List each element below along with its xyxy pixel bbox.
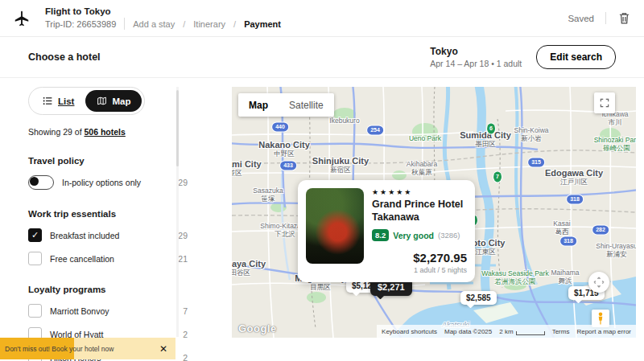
filter-row-marriott: Marriott Bonvoy 7: [28, 304, 188, 318]
page: Flight to Tokyo Trip-ID: 26653989 Add a …: [0, 0, 644, 361]
breakfast-count: 29: [178, 231, 188, 240]
list-icon: [43, 96, 53, 106]
breadcrumb-add-a-stay[interactable]: Add a stay: [133, 19, 175, 29]
route-shield: 315: [528, 158, 544, 166]
map-scale: 2 km: [499, 328, 544, 335]
fullscreen-button[interactable]: [594, 92, 615, 113]
divider: [124, 18, 125, 30]
subheader: Choose a hotel Tokyo Apr 14 – Apr 18 • 1…: [0, 37, 644, 78]
sidebar-scrollbar-thumb[interactable]: [176, 90, 179, 166]
google-logo[interactable]: Google: [238, 322, 277, 334]
filter-row-breakfast: ✓ Breakfast included 29: [28, 228, 188, 242]
hotel-stars: ★★★★★: [372, 188, 467, 196]
breadcrumb-payment[interactable]: Payment: [244, 19, 281, 29]
map-label-shinjuku: Shinjuku City新宿区: [312, 156, 369, 174]
trip-info: Flight to Tokyo Trip-ID: 26653989 Add a …: [45, 6, 281, 30]
marriott-checkbox[interactable]: [28, 304, 42, 318]
route-shield: 433: [280, 161, 296, 170]
search-summary: Tokyo Apr 14 – Apr 18 • 1 adult: [430, 46, 522, 68]
list-view-button[interactable]: List: [31, 90, 85, 112]
fullscreen-icon: [599, 97, 610, 109]
route-shield: 318: [567, 195, 583, 203]
free-cancellation-count: 21: [178, 254, 188, 264]
saved-button[interactable]: Saved: [568, 14, 594, 23]
breakfast-checkbox[interactable]: ✓: [28, 228, 42, 242]
hotel-name: Grand Prince Hotel Takanawa: [372, 199, 467, 224]
breadcrumb-itinerary[interactable]: Itinerary: [193, 19, 225, 29]
results-count-text: Showing 29 of: [28, 127, 84, 137]
loyalty-heading: Loyalty programs: [28, 285, 188, 294]
map-view-label: Map: [112, 96, 130, 106]
hotel-price: $2,270.95: [372, 251, 467, 265]
breadcrumb-separator: /: [183, 19, 185, 29]
hotel-photo: [306, 188, 364, 264]
map-label-ikebukuro: Ikebukuro: [329, 117, 359, 125]
map-label-setagaya: Setagaya City世田谷区: [232, 259, 266, 277]
route-shield: 254: [367, 125, 383, 134]
edit-search-button[interactable]: Edit search: [536, 45, 616, 69]
hotels-count-link[interactable]: 506 hotels: [84, 127, 125, 137]
map-data-text: Map data ©2025: [444, 328, 492, 335]
review-count: (3286): [438, 231, 460, 240]
map-label-sumida: Sumida City墨田区: [460, 130, 511, 148]
breadcrumb-separator: /: [233, 19, 236, 29]
banner-text: Don't miss out! Book your hotel now: [0, 345, 114, 353]
hyatt-count: 2: [183, 330, 188, 339]
map-icon: [97, 96, 107, 106]
page-title: Choose a hotel: [28, 51, 101, 63]
terms-link[interactable]: Terms: [552, 328, 570, 335]
keyboard-shortcuts-link[interactable]: Keyboard shortcuts: [382, 328, 437, 335]
in-policy-label: In-policy options only: [62, 178, 141, 187]
hotel-price-detail: 1 adult / 5 nights: [372, 266, 467, 274]
map-label-shinozaki-park: Shinozaki Park篠崎公園: [594, 137, 636, 153]
map-attribution: Keyboard shortcuts Map data ©2025 2 km T…: [377, 325, 636, 338]
map-view-button[interactable]: Map: [85, 90, 142, 112]
promo-banner: Don't miss out! Book your hotel now ✕: [0, 338, 175, 359]
marriott-count: 7: [183, 306, 188, 316]
map-label-sasazuka: Sasazuka笹塚: [253, 187, 283, 203]
map-label-edogawa: Edogawa City江戸川区: [545, 168, 603, 186]
route-shield: 440: [272, 122, 288, 131]
map-label-maihama: Maihama舞浜: [551, 269, 580, 285]
travel-policy-heading: Travel policy: [28, 156, 188, 166]
route-shield: 282: [592, 225, 609, 234]
map-type-control: Map Satellite: [238, 93, 334, 117]
map-label-wakasu-park: Wakasu Seaside Park若洲海浜公園: [481, 270, 548, 286]
scale-bar: [516, 331, 545, 335]
trip-title: Flight to Tokyo: [45, 6, 281, 16]
divider: [605, 12, 606, 24]
hotel-map[interactable]: Ikebukuro Nakano City中野区 Shinjuku City新宿…: [232, 87, 636, 338]
price-marker[interactable]: $2,585: [460, 291, 497, 305]
hotel-rating-row: 8.2 Very good (3286): [372, 229, 467, 241]
top-header: Flight to Tokyo Trip-ID: 26653989 Add a …: [0, 0, 644, 37]
results-summary: Showing 29 of 506 hotels: [28, 127, 188, 137]
airplane-icon: [13, 10, 31, 27]
breakfast-label: Breakfast included: [50, 231, 119, 240]
map-label-shinkoiwa: Shin-Koiwa新小岩: [514, 127, 549, 143]
pan-arrows-icon: [592, 275, 606, 289]
map-type-map-button[interactable]: Map: [238, 100, 279, 111]
map-label-ueno-park: Ueno Park: [409, 135, 441, 143]
in-policy-filter-row: In-policy options only 29: [28, 175, 188, 190]
banner-close-icon[interactable]: ✕: [159, 343, 175, 355]
in-policy-count: 29: [178, 178, 188, 187]
trip-id: Trip-ID: 26653989: [45, 19, 116, 29]
work-trip-heading: Work trip essentials: [28, 209, 188, 219]
marriott-label: Marriott Bonvoy: [50, 306, 109, 316]
trash-icon[interactable]: [617, 11, 631, 25]
map-label-shinurayasu: Shin-Urayasu新浦安: [596, 243, 636, 259]
scale-label: 2 km: [499, 328, 513, 335]
free-cancellation-checkbox[interactable]: [28, 252, 42, 265]
free-cancellation-label: Free cancellation: [50, 254, 114, 264]
report-map-error-link[interactable]: Report a map error: [576, 328, 631, 335]
hilton-count: 2: [183, 353, 188, 361]
list-view-label: List: [58, 96, 74, 106]
view-toggle: List Map: [28, 87, 145, 115]
pan-control[interactable]: [588, 272, 609, 293]
hotel-card[interactable]: ★★★★★ Grand Prince Hotel Takanawa 8.2 Ve…: [298, 180, 475, 282]
filter-row-free-cancellation: Free cancellation 21: [28, 252, 188, 265]
map-label-suginami: Suginami City杉並区: [232, 159, 262, 177]
in-policy-toggle[interactable]: [28, 175, 54, 190]
map-label-kasai: Kasai葛西: [553, 220, 570, 236]
map-type-satellite-button[interactable]: Satellite: [279, 100, 334, 111]
